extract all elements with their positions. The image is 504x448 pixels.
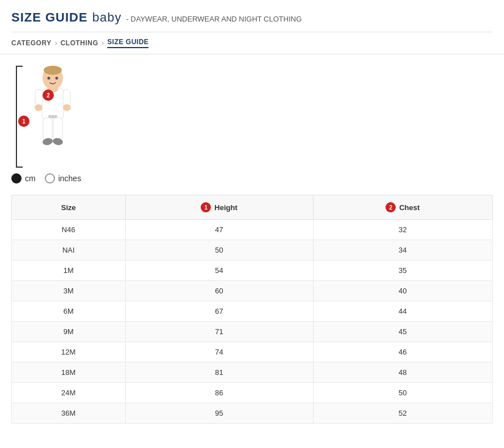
- breadcrumb-item-category[interactable]: CATEGORY: [11, 39, 52, 47]
- table-row: NAI 50 34: [12, 240, 493, 261]
- height-cell: 50: [125, 240, 313, 261]
- chest-badge: 2: [43, 89, 54, 101]
- size-cell: 6M: [12, 301, 126, 322]
- baby-illustration: [27, 66, 78, 165]
- height-cell: 47: [125, 220, 313, 240]
- height-col-badge: 1: [201, 202, 211, 212]
- svg-point-15: [48, 77, 50, 80]
- table-row: N46 47 32: [12, 220, 493, 240]
- inches-label: inches: [58, 174, 81, 183]
- baby-figure-container: 1 2: [11, 66, 91, 168]
- table-body: N46 47 32 NAI 50 34 1M 54 35 3M 60 40 6M…: [12, 220, 493, 424]
- svg-point-8: [35, 104, 43, 111]
- table-header-row: Size 1 Height 2 Chest: [12, 195, 493, 220]
- svg-point-1: [44, 66, 62, 75]
- size-table: Size 1 Height 2 Chest N46 47: [11, 195, 493, 424]
- size-cell: 1M: [12, 261, 126, 281]
- height-cell: 86: [125, 383, 313, 403]
- breadcrumb: CATEGORY › CLOTHING › SIZE GUIDE: [11, 32, 493, 48]
- table-row: 1M 54 35: [12, 261, 493, 281]
- cm-label: cm: [25, 174, 36, 183]
- title-size-guide: SIZE GUIDE: [11, 10, 88, 25]
- chest-cell: 50: [313, 383, 492, 403]
- table-row: 36M 95 52: [12, 403, 493, 424]
- table-row: 24M 86 50: [12, 383, 493, 403]
- chevron-right-icon: ›: [55, 39, 57, 47]
- table-row: 12M 74 46: [12, 342, 493, 362]
- title-subtitle: - DAYWEAR, UNDERWEAR AND NIGHT CLOTHING: [126, 15, 302, 23]
- svg-rect-7: [35, 89, 43, 106]
- chest-cell: 45: [313, 322, 492, 342]
- svg-point-16: [56, 77, 58, 80]
- size-cell: NAI: [12, 240, 126, 261]
- size-cell: 36M: [12, 403, 126, 424]
- svg-rect-11: [43, 118, 52, 140]
- height-cell: 71: [125, 322, 313, 342]
- inches-option[interactable]: inches: [45, 173, 81, 184]
- height-cell: 67: [125, 301, 313, 322]
- size-cell: 9M: [12, 322, 126, 342]
- inches-radio[interactable]: [45, 173, 55, 184]
- height-cell: 81: [125, 362, 313, 383]
- chest-col-badge: 2: [386, 202, 396, 212]
- table-row: 6M 67 44: [12, 301, 493, 322]
- svg-rect-12: [53, 118, 62, 140]
- figure-section: 1 2 cm inches: [11, 66, 493, 184]
- height-col-label: Height: [214, 203, 237, 212]
- chest-cell: 52: [313, 403, 492, 424]
- size-column-header: Size: [12, 195, 126, 220]
- content: 1 2 cm inches Size: [0, 54, 504, 435]
- height-column-header: 1 Height: [125, 195, 313, 220]
- chest-cell: 34: [313, 240, 492, 261]
- table-row: 18M 81 48: [12, 362, 493, 383]
- chest-cell: 48: [313, 362, 492, 383]
- size-cell: 18M: [12, 362, 126, 383]
- height-cell: 95: [125, 403, 313, 424]
- page-title: SIZE GUIDE baby - DAYWEAR, UNDERWEAR AND…: [11, 10, 493, 25]
- height-badge: 1: [18, 116, 29, 127]
- chest-cell: 46: [313, 342, 492, 362]
- breadcrumb-item-size-guide: SIZE GUIDE: [107, 38, 149, 48]
- chest-column-header: 2 Chest: [313, 195, 492, 220]
- page-header: SIZE GUIDE baby - DAYWEAR, UNDERWEAR AND…: [0, 0, 504, 54]
- cm-option[interactable]: cm: [11, 173, 36, 184]
- chest-cell: 40: [313, 281, 492, 301]
- table-row: 3M 60 40: [12, 281, 493, 301]
- breadcrumb-item-clothing[interactable]: CLOTHING: [61, 39, 99, 47]
- chest-col-label: Chest: [399, 203, 420, 212]
- chevron-right-icon: ›: [101, 39, 104, 47]
- svg-rect-9: [63, 89, 70, 106]
- chest-cell: 32: [313, 220, 492, 240]
- size-cell: 24M: [12, 383, 126, 403]
- size-cell: 3M: [12, 281, 126, 301]
- height-cell: 74: [125, 342, 313, 362]
- chest-cell: 35: [313, 261, 492, 281]
- size-cell: N46: [12, 220, 126, 240]
- unit-selector: cm inches: [11, 173, 91, 184]
- table-row: 9M 71 45: [12, 322, 493, 342]
- title-baby: baby: [92, 10, 122, 25]
- height-cell: 60: [125, 281, 313, 301]
- height-cell: 54: [125, 261, 313, 281]
- cm-radio[interactable]: [11, 173, 22, 184]
- svg-point-10: [63, 104, 71, 111]
- chest-cell: 44: [313, 301, 492, 322]
- size-cell: 12M: [12, 342, 126, 362]
